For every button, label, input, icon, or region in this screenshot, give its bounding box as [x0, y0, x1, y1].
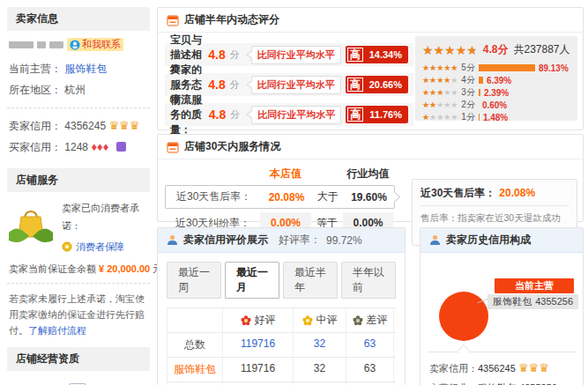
detail-label: 近30天售后率： — [421, 187, 495, 199]
total-good-count[interactable]: 119716 — [223, 333, 294, 357]
consumer-protection-icon — [7, 205, 55, 249]
higher-percent: 20.66% — [364, 79, 407, 90]
higher-percent: 11.76% — [364, 109, 407, 120]
sidebar: 卖家信息 和我联系 当前主营： 服饰鞋包 所在地区： 杭州 卖家信用： 4356… — [7, 7, 150, 385]
deposit-value: ¥ 20,000.00 — [99, 263, 150, 274]
industry-value: 19.60% — [344, 191, 394, 204]
deposit-label: 卖家当前保证金余额 — [9, 263, 96, 274]
score-breakdown-row: ★★★★★★★★★★ 1分 1.48% — [422, 111, 570, 123]
region-row: 所在地区： 杭州 — [7, 79, 150, 100]
tooltip-category: 服饰鞋包 — [493, 294, 532, 309]
breakdown-label: 3分 — [461, 86, 475, 99]
higher-than-industry-tag: 高 20.66% — [346, 76, 408, 93]
total-bad-count[interactable]: 63 — [346, 333, 394, 357]
breakdown-bar — [479, 77, 483, 84]
score-row-value: 4.8 — [208, 48, 225, 62]
seller-username-redacted — [49, 41, 63, 48]
good-rating-icon — [241, 315, 251, 326]
wangwang-icon — [70, 40, 80, 50]
deposit-note: 若卖家未履行上述承诺，淘宝使用卖家缴纳的保证金进行先行赔付。了解赔付流程 — [9, 291, 148, 338]
region-value: 杭州 — [64, 84, 86, 96]
rating-table-header: 好评 中评 差评 — [167, 308, 396, 333]
good-rate-label: 好评率： — [279, 233, 321, 248]
detail-value: 20.08% — [499, 187, 535, 199]
tab-last-half-year[interactable]: 最近半年 — [283, 262, 338, 299]
rating-count: 共237887人 — [513, 42, 569, 57]
table-row-main-category: 服饰鞋包 119716 32 63 — [167, 358, 396, 382]
bad-column-label: 差评 — [367, 313, 388, 328]
period-tabs: 最近一周 最近一月 最近半年 半年以前 — [167, 262, 396, 299]
credit-rating-panel: 卖家信用评价展示 好评率： 99.72% 最近一周 最近一月 最近半年 半年以前… — [157, 227, 406, 385]
history-industry-row: 主营行业：服饰鞋包 4355256 — [429, 378, 557, 385]
breakdown-label: 5分 — [461, 62, 475, 74]
seller-info-header: 卖家信息 — [7, 7, 150, 31]
promise-text: 卖家已向消费者承诺： — [62, 203, 139, 231]
high-character: 高 — [347, 48, 363, 62]
industry-avg-column-header: 行业均值 — [343, 167, 393, 181]
history-credit-label: 卖家信用： — [429, 363, 478, 374]
divider-notch — [458, 344, 470, 357]
dynamic-score-panel: 店铺半年内动态评分 宝贝与描述相符： 4.8 分 比同行业平均水平 高 14.3… — [157, 7, 584, 130]
star-rating-icon: ★★★★★★★★★★ — [422, 64, 458, 72]
breakdown-label: 1分 — [461, 111, 475, 123]
seller-info-page: 卖家信息 和我联系 当前主营： 服饰鞋包 所在地区： 杭州 卖家信用： 4356… — [0, 0, 588, 385]
after-sale-rate-row: 近30天售后率： 20.08% 大于 19.60% — [165, 185, 395, 209]
credit-history-fields: 卖家信用：4356245 ♛♛♛ 主营行业：服饰鞋包 4355256 主营占比：… — [429, 359, 557, 385]
divider — [428, 352, 576, 352]
star-rating-icon: ★★★★★★★★★★ — [422, 114, 458, 122]
rating-table: 好评 中评 差评 总数 119716 32 — [167, 307, 396, 385]
total-neutral-count[interactable]: 32 — [294, 333, 346, 357]
star-rating-icon: ★★★★★★★★★★ — [422, 77, 458, 85]
industry-compare-bubble: 比同行业平均水平 — [251, 106, 341, 124]
contact-me-badge[interactable]: 和我联系 — [67, 38, 123, 51]
breakdown-percent: 2.39% — [484, 88, 509, 98]
tab-last-week[interactable]: 最近一周 — [167, 262, 221, 299]
neutral-column-label: 中评 — [316, 313, 338, 328]
tab-last-month[interactable]: 最近一月 — [225, 262, 279, 299]
seller-username-row: 和我联系 — [9, 38, 148, 51]
crown-icon: ♛♛♛ — [518, 361, 549, 374]
tab-before-half-year[interactable]: 半年以前 — [341, 262, 396, 299]
score-breakdown-row: ★★★★★★★★★★ 5分 89.13% — [422, 62, 570, 74]
industry-compare-bubble: 比同行业平均水平 — [251, 46, 341, 64]
buyer-credit-value: 1248 — [64, 141, 88, 153]
breakdown-bar — [479, 64, 535, 71]
industry-compare-bubble: 比同行业平均水平 — [251, 76, 341, 94]
breakdown-percent: 6.39% — [487, 76, 511, 85]
seller-credit-value: 4356245 — [64, 120, 106, 132]
score-row-unit: 分 — [230, 48, 240, 62]
credit-pie-chart — [439, 292, 488, 341]
category-neutral-count: 32 — [294, 358, 346, 381]
dynamic-score-panel-header: 店铺半年内动态评分 — [158, 8, 583, 33]
higher-than-industry-tag: 高 11.76% — [346, 106, 408, 123]
breakdown-label: 4分 — [461, 74, 475, 86]
region-label: 所在地区： — [9, 84, 62, 96]
dynamic-score-row: 物流服务的质量： 4.8 分 比同行业平均水平 高 11.76% — [165, 103, 413, 126]
seller-username-redacted — [9, 41, 33, 48]
main-business-link[interactable]: 服饰鞋包 — [64, 63, 107, 75]
history-credit-value: 4356245 — [478, 363, 516, 374]
claim-process-link[interactable]: 了解赔付流程 — [28, 325, 86, 336]
detail-title-row: 近30天售后率：20.08% — [421, 186, 569, 206]
divider — [7, 283, 150, 284]
shop-value: 20.08% — [261, 191, 312, 204]
dynamic-score-panel-title: 店铺半年内动态评分 — [184, 12, 279, 27]
good-rate-value: 99.72% — [326, 234, 362, 247]
main-business-label: 当前主营： — [9, 63, 62, 75]
row-label: 服饰鞋包 — [167, 358, 223, 381]
overall-star-rating-icon: ★★★★★★★★★★ — [422, 44, 478, 56]
score-breakdown-row: ★★★★★★★★★★ 4分 6.39% — [422, 74, 570, 86]
breakdown-bar — [479, 89, 480, 96]
breakdown-label: 2分 — [461, 99, 475, 111]
score-breakdown-row: ★★★★★★★★★★ 2分 0.60% — [422, 99, 570, 111]
buyer-credit-label: 买家信用： — [9, 141, 62, 153]
score-row-unit: 分 — [230, 108, 240, 122]
promise-block: 卖家已向消费者承诺： 消费者保障 — [62, 199, 150, 255]
consumer-guarantee-link[interactable]: 消费者保障 — [76, 238, 124, 255]
breakdown-percent: 0.60% — [482, 100, 507, 110]
credit-history-header: 卖家历史信用构成 — [421, 228, 583, 253]
certificate-icon[interactable] — [69, 381, 93, 385]
score-row-value: 4.8 — [208, 78, 225, 92]
seller-username-redacted — [37, 41, 46, 48]
star-rating-icon: ★★★★★★★★★★ — [422, 89, 458, 97]
